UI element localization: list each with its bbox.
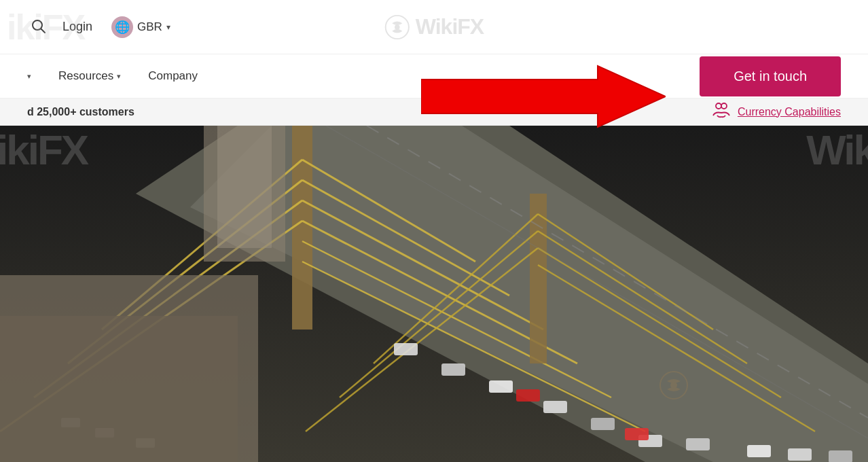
language-selector[interactable]: 🌐 GBR ▾ <box>106 14 176 41</box>
customers-text: d 25,000+ customers <box>27 106 134 118</box>
globe-icon: 🌐 <box>111 16 133 38</box>
svg-rect-32 <box>441 363 465 376</box>
top-bar: ikiFX WikiFX Login 🌐 GBR ▾ <box>0 0 868 54</box>
nav-left: ▾ Resources ▾ Company <box>27 69 198 83</box>
nav-right: Get in touch <box>700 56 841 96</box>
currency-capabilities-label: Currency Capabilities <box>738 106 841 118</box>
svg-rect-35 <box>591 418 615 430</box>
top-right-controls: Login 🌐 GBR ▾ <box>27 14 176 41</box>
svg-point-51 <box>670 382 677 389</box>
login-button[interactable]: Login <box>62 20 92 34</box>
nav-item-resources-label: Resources <box>58 69 113 83</box>
logo-text: WikiFX <box>416 14 484 39</box>
svg-point-5 <box>716 103 721 109</box>
bridge-image: ikiFX Wik <box>0 126 868 462</box>
resources-chevron-icon: ▾ <box>117 72 121 81</box>
svg-rect-31 <box>394 343 418 355</box>
currency-icon <box>712 101 731 124</box>
svg-rect-34 <box>543 401 567 413</box>
svg-line-3 <box>41 29 46 33</box>
svg-rect-37 <box>686 438 710 450</box>
svg-rect-38 <box>747 445 771 457</box>
nav-item-first-chevron: ▾ <box>27 72 31 81</box>
language-label: GBR <box>137 20 162 34</box>
svg-rect-42 <box>625 428 649 440</box>
nav-bar: ▾ Resources ▾ Company Get in touch <box>0 54 868 99</box>
svg-rect-10 <box>292 126 312 330</box>
nav-item-first[interactable]: ▾ <box>27 72 31 81</box>
svg-rect-49 <box>217 126 272 248</box>
search-button[interactable] <box>27 15 49 39</box>
svg-point-6 <box>721 103 727 109</box>
currency-capabilities-link[interactable]: Currency Capabilities <box>712 101 841 124</box>
svg-rect-39 <box>788 448 812 461</box>
center-logo: WikiFX <box>384 14 484 40</box>
svg-rect-40 <box>829 450 852 462</box>
nav-item-company-label: Company <box>148 69 198 83</box>
chevron-down-icon: ▾ <box>166 22 170 32</box>
svg-rect-47 <box>0 316 238 462</box>
svg-rect-33 <box>489 380 513 393</box>
nav-item-company[interactable]: Company <box>148 69 198 83</box>
svg-rect-41 <box>516 389 540 402</box>
get-in-touch-button[interactable]: Get in touch <box>700 56 841 96</box>
svg-point-1 <box>395 24 400 30</box>
hero-banner: d 25,000+ customers Currency Capabilitie… <box>0 99 868 126</box>
nav-item-resources[interactable]: Resources ▾ <box>58 69 121 83</box>
